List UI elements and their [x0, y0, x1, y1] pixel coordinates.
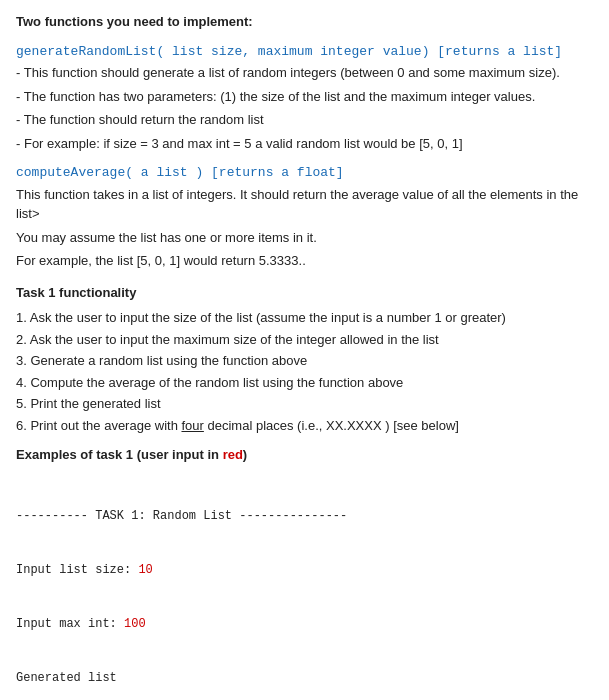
func1-header: generateRandomList( list size, maximum i…: [16, 42, 593, 62]
line-max-int-1: Input max int: 100: [16, 615, 593, 633]
examples-header: Examples of task 1 (user input in red): [16, 445, 593, 465]
func2-header: computeAverage( a list ) [returns a floa…: [16, 163, 593, 183]
separator-1: ---------- TASK 1: Random List ---------…: [16, 507, 593, 525]
page-content: Two functions you need to implement: gen…: [16, 12, 593, 700]
func1-description: - This function should generate a list o…: [16, 63, 593, 153]
task1-item6: 6. Print out the average with four decim…: [16, 416, 593, 436]
func1-line4: - For example: if size = 3 and max int =…: [16, 134, 593, 154]
func1-line2: - The function has two parameters: (1) t…: [16, 87, 593, 107]
task1-item5: 5. Print the generated list: [16, 394, 593, 414]
task1-item2: 2. Ask the user to input the maximum siz…: [16, 330, 593, 350]
task1-item4: 4. Compute the average of the random lis…: [16, 373, 593, 393]
func2-line2: You may assume the list has one or more …: [16, 228, 593, 248]
task1-item1: 1. Ask the user to input the size of the…: [16, 308, 593, 328]
func2-line3: For example, the list [5, 0, 1] would re…: [16, 251, 593, 271]
intro-section: Two functions you need to implement: gen…: [16, 12, 593, 271]
func1-line3: - The function should return the random …: [16, 110, 593, 130]
task1-item3: 3. Generate a random list using the func…: [16, 351, 593, 371]
func1-line1: - This function should generate a list o…: [16, 63, 593, 83]
intro-bold-line: Two functions you need to implement:: [16, 12, 593, 32]
task1-list: 1. Ask the user to input the size of the…: [16, 308, 593, 435]
func2-description: This function takes in a list of integer…: [16, 185, 593, 271]
line-input-size-1: Input list size: 10: [16, 561, 593, 579]
task1-header: Task 1 functionality: [16, 283, 593, 303]
func2-line1: This function takes in a list of integer…: [16, 185, 593, 224]
task1-section: Task 1 functionality 1. Ask the user to …: [16, 283, 593, 436]
examples-section: Examples of task 1 (user input in red) -…: [16, 445, 593, 700]
example-block-1: ---------- TASK 1: Random List ---------…: [16, 471, 593, 701]
line-gen-list-1: Generated list: [16, 669, 593, 687]
